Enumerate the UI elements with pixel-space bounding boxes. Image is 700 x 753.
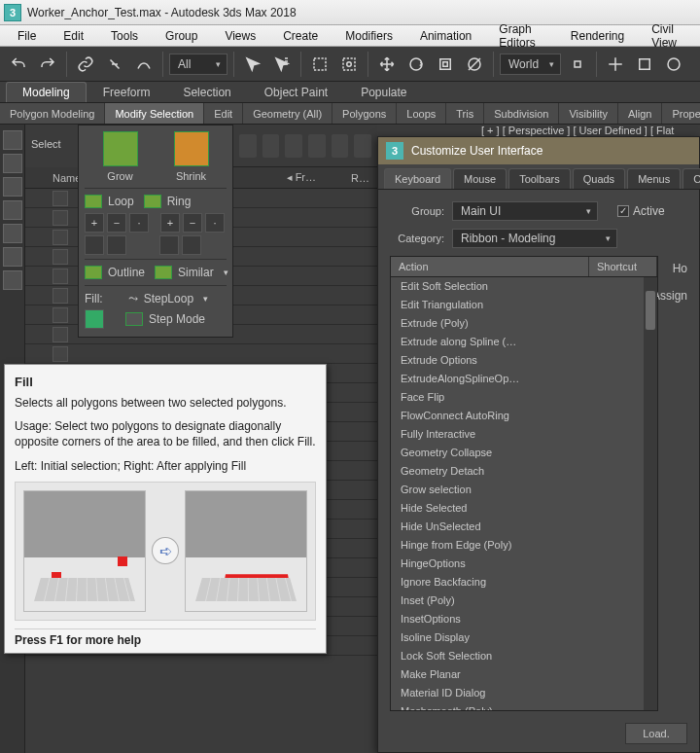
ring-minus-icon[interactable]: −: [183, 213, 202, 233]
filter-icon[interactable]: [3, 130, 22, 150]
cui-tab-toolbars[interactable]: Toolbars: [508, 168, 571, 189]
cui-action-item[interactable]: ExtrudeAlongSplineOp…: [391, 370, 657, 388]
cui-action-item[interactable]: Edit Soft Selection: [391, 277, 657, 296]
cui-action-item[interactable]: Edit Triangulation: [391, 296, 657, 314]
scale-icon[interactable]: [433, 52, 458, 77]
cui-active-check[interactable]: ✓Active: [617, 204, 665, 218]
cui-action-item[interactable]: Hide Selected: [391, 499, 657, 518]
cui-tab-menus[interactable]: Menus: [627, 168, 681, 189]
cui-tab-mouse[interactable]: Mouse: [453, 168, 507, 189]
menu-animation[interactable]: Animation: [406, 29, 485, 43]
menu-rendering[interactable]: Rendering: [557, 29, 638, 43]
grp-visibility[interactable]: Visibility: [559, 103, 618, 124]
menu-tools[interactable]: Tools: [97, 29, 152, 43]
similar-button[interactable]: Similar▾: [155, 266, 228, 279]
filter-icon[interactable]: [3, 270, 22, 290]
stepmode-button[interactable]: Step Mode: [125, 312, 205, 326]
cui-action-item[interactable]: Isoline Display: [391, 628, 657, 647]
snap-move-icon[interactable]: [603, 52, 628, 77]
tab-freeform[interactable]: Freeform: [87, 82, 167, 102]
se-icon[interactable]: [285, 134, 302, 158]
se-icon[interactable]: [239, 134, 257, 158]
tab-selection[interactable]: Selection: [166, 82, 247, 102]
menu-views[interactable]: Views: [211, 29, 269, 43]
filter-icon[interactable]: [3, 247, 22, 267]
cui-titlebar[interactable]: 3 Customize User Interface: [378, 137, 699, 164]
cui-action-item[interactable]: Face Flip: [391, 388, 657, 407]
se-icon[interactable]: [262, 134, 280, 158]
cui-action-item[interactable]: Extrude Options: [391, 351, 657, 370]
tab-objectpaint[interactable]: Object Paint: [248, 82, 344, 102]
cui-scrollbar[interactable]: [644, 277, 657, 710]
cui-action-item[interactable]: Hinge from Edge (Poly): [391, 536, 657, 555]
undo-icon[interactable]: [6, 52, 31, 77]
cui-action-item[interactable]: Lock Soft Selection: [391, 647, 657, 665]
cui-action-item[interactable]: HingeOptions: [391, 555, 657, 573]
ref-coord-combo[interactable]: World: [500, 54, 561, 75]
menu-civilview[interactable]: Civil View: [638, 22, 696, 50]
cui-action-item[interactable]: Inset (Poly): [391, 592, 657, 610]
grp-polygons[interactable]: Polygons: [332, 103, 397, 124]
cui-action-item[interactable]: Ignore Backfacing: [391, 573, 657, 592]
cui-action-item[interactable]: InsetOptions: [391, 610, 657, 628]
ring-extra-icon[interactable]: [182, 235, 201, 255]
use-pivot-icon[interactable]: [565, 52, 590, 77]
ring-button[interactable]: Ring: [144, 195, 192, 208]
cui-action-item[interactable]: FlowConnect AutoRing: [391, 407, 657, 425]
move-icon[interactable]: [374, 52, 400, 77]
se-icon[interactable]: [354, 134, 371, 158]
grow-button[interactable]: Grow: [91, 131, 150, 182]
loop-extra-icon[interactable]: [107, 235, 126, 255]
grp-subdivision[interactable]: Subdivision: [484, 103, 559, 124]
select-by-name-icon[interactable]: [269, 52, 295, 77]
col-name[interactable]: Name: [52, 172, 81, 184]
se-icon[interactable]: [332, 134, 349, 158]
ring-dot-icon[interactable]: ∙: [205, 213, 225, 233]
menu-modifiers[interactable]: Modifiers: [332, 29, 406, 43]
selection-filter-combo[interactable]: All: [169, 54, 228, 75]
shrink-button[interactable]: Shrink: [162, 131, 221, 182]
col-render[interactable]: R…: [351, 172, 369, 184]
fill-button[interactable]: [85, 309, 104, 329]
loop-plus-icon[interactable]: +: [85, 213, 104, 233]
grp-properties[interactable]: Properties: [662, 103, 700, 124]
cui-tab-quads[interactable]: Quads: [573, 168, 625, 189]
cui-col-action[interactable]: Action: [391, 257, 589, 276]
redo-icon[interactable]: [35, 52, 60, 77]
cui-action-item[interactable]: Hide UnSelected: [391, 518, 657, 536]
select-icon[interactable]: [240, 52, 265, 77]
grp-edit[interactable]: Edit: [204, 103, 243, 124]
menu-file[interactable]: File: [4, 29, 50, 43]
cui-action-item[interactable]: Extrude (Poly): [391, 314, 657, 333]
loop-button[interactable]: Loop: [85, 195, 134, 208]
placement-icon[interactable]: [462, 52, 487, 77]
ring-extra-icon[interactable]: [159, 235, 179, 255]
cui-tab-keyboard[interactable]: Keyboard: [384, 168, 451, 189]
steploop-button[interactable]: ⤳StepLoop▾: [128, 292, 208, 305]
menu-create[interactable]: Create: [269, 29, 332, 43]
menu-group[interactable]: Group: [152, 29, 211, 43]
tab-populate[interactable]: Populate: [344, 82, 423, 102]
loop-minus-icon[interactable]: −: [107, 213, 126, 233]
se-icon[interactable]: [308, 134, 326, 158]
filter-icon[interactable]: [3, 154, 22, 173]
window-crossing-icon[interactable]: [336, 52, 362, 77]
snap-percent-icon[interactable]: [661, 52, 686, 77]
cui-action-item[interactable]: Grow selection: [391, 481, 657, 499]
grp-geometry-all[interactable]: Geometry (All): [243, 103, 332, 124]
filter-icon[interactable]: [3, 177, 22, 197]
cui-action-item[interactable]: Make Planar: [391, 665, 657, 684]
cui-action-item[interactable]: Meshsmooth (Poly): [391, 702, 657, 710]
cui-action-item[interactable]: Geometry Collapse: [391, 444, 657, 462]
grp-loops[interactable]: Loops: [397, 103, 446, 124]
cui-action-item[interactable]: Material ID Dialog: [391, 684, 657, 702]
menu-grapheditors[interactable]: Graph Editors: [485, 22, 557, 50]
scene-row[interactable]: [25, 344, 377, 364]
rotate-icon[interactable]: [403, 52, 429, 77]
filter-icon[interactable]: [3, 200, 22, 220]
grp-modify-selection[interactable]: Modify Selection: [105, 103, 204, 124]
ring-plus-icon[interactable]: +: [160, 213, 180, 233]
cui-group-combo[interactable]: Main UI: [452, 201, 598, 221]
loop-dot-icon[interactable]: ∙: [129, 213, 149, 233]
loop-extra-icon[interactable]: [85, 235, 104, 255]
